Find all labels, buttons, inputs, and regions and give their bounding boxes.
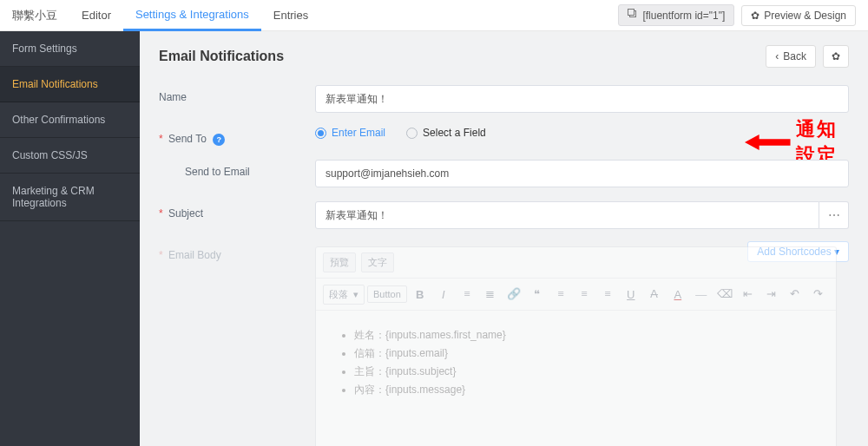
sendto-label: * Send To ? <box>159 127 315 146</box>
required-mark: * <box>159 133 163 145</box>
sidebar-item-marketing-crm[interactable]: Marketing & CRM Integrations <box>0 174 140 221</box>
radio-icon <box>315 128 326 139</box>
radio-icon <box>406 128 418 139</box>
underline-icon[interactable]: U <box>621 284 641 305</box>
email-body-editor: 預覽 文字 段落▾ Button B I ≡ ≣ 🔗 ❝ ≡ ≡ <box>315 246 837 446</box>
align-right-icon[interactable]: ≡ <box>597 284 618 305</box>
gear-icon: ✿ <box>751 10 760 22</box>
radio-select-field[interactable]: Select a Field <box>406 127 486 139</box>
color-icon[interactable]: A <box>667 284 688 305</box>
list-ol-icon[interactable]: ≣ <box>480 284 501 305</box>
tab-entries[interactable]: Entries <box>261 0 320 31</box>
gear-icon: ✿ <box>832 50 840 62</box>
body-line: 姓名：{inputs.names.first_name} <box>354 328 815 343</box>
back-button[interactable]: ‹ Back <box>766 45 816 68</box>
brand-title: 聯繫小豆 <box>12 8 69 23</box>
body-line: 內容：{inputs.message} <box>354 383 815 397</box>
sidebar-item-form-settings[interactable]: Form Settings <box>0 31 140 67</box>
name-label: Name <box>159 85 315 103</box>
back-label: Back <box>783 50 806 62</box>
editor-content[interactable]: 姓名：{inputs.names.first_name} 信箱：{inputs.… <box>316 311 836 446</box>
quote-icon[interactable]: ❝ <box>527 284 548 305</box>
body-line: 信箱：{inputs.email} <box>354 346 815 361</box>
settings-sidebar: Form Settings Email Notifications Other … <box>0 31 140 446</box>
bold-icon[interactable]: B <box>410 284 431 305</box>
required-mark: * <box>159 249 163 261</box>
required-mark: * <box>159 207 163 220</box>
indent-icon[interactable]: ⇥ <box>761 284 782 305</box>
sidebar-item-custom-css-js[interactable]: Custom CSS/JS <box>0 138 140 174</box>
send-to-email-input[interactable] <box>315 160 849 187</box>
settings-gear-button[interactable]: ✿ <box>823 45 849 68</box>
italic-icon[interactable]: I <box>433 284 454 305</box>
link-icon[interactable]: 🔗 <box>503 284 524 305</box>
list-ul-icon[interactable]: ≡ <box>457 284 477 305</box>
subject-shortcode-button[interactable]: ⋯ <box>819 201 849 229</box>
top-tabs: Editor Settings & Integrations Entries <box>69 0 320 31</box>
top-bar: 聯繫小豆 Editor Settings & Integrations Entr… <box>0 0 868 31</box>
shortcode-text: [fluentform id="1"] <box>642 10 725 22</box>
svg-marker-2 <box>745 134 791 150</box>
clear-icon[interactable]: ⌫ <box>714 284 735 305</box>
strike-icon[interactable]: A̶ <box>644 284 665 305</box>
preview-design-button[interactable]: ✿ Preview & Design <box>741 5 856 26</box>
name-input[interactable] <box>315 85 849 113</box>
preview-label: Preview & Design <box>764 10 846 22</box>
align-left-icon[interactable]: ≡ <box>550 284 571 305</box>
editor-tab-text[interactable]: 文字 <box>361 253 394 272</box>
radio-enter-email[interactable]: Enter Email <box>315 127 385 139</box>
paragraph-select[interactable]: 段落▾ <box>323 285 365 305</box>
button-insert[interactable]: Button <box>367 285 407 303</box>
send-to-email-label: Send to Email <box>185 160 315 178</box>
chevron-left-icon: ‹ <box>775 50 779 62</box>
copy-icon <box>628 9 638 22</box>
svg-rect-1 <box>628 10 635 16</box>
add-shortcodes-button[interactable]: Add Shortcodes ▾ <box>747 241 849 262</box>
align-center-icon[interactable]: ≡ <box>574 284 595 305</box>
tab-editor[interactable]: Editor <box>69 0 123 31</box>
hr-icon[interactable]: — <box>691 284 712 305</box>
subject-label: * Subject <box>159 201 315 220</box>
sidebar-item-other-confirmations[interactable]: Other Confirmations <box>0 102 140 138</box>
email-body-label: * Email Body <box>159 243 315 261</box>
sidebar-item-email-notifications[interactable]: Email Notifications <box>0 67 140 102</box>
help-icon[interactable]: ? <box>213 134 225 146</box>
subject-input[interactable] <box>315 201 819 229</box>
outdent-icon[interactable]: ⇤ <box>738 284 759 305</box>
shortcode-button[interactable]: [fluentform id="1"] <box>618 4 734 26</box>
body-line: 主旨：{inputs.subject} <box>354 364 815 379</box>
undo-icon[interactable]: ↶ <box>785 284 806 305</box>
editor-tab-visual[interactable]: 預覽 <box>323 253 356 272</box>
redo-icon[interactable]: ↷ <box>808 284 829 305</box>
page-title: Email Notifications <box>159 49 284 64</box>
tab-settings[interactable]: Settings & Integrations <box>123 0 261 31</box>
